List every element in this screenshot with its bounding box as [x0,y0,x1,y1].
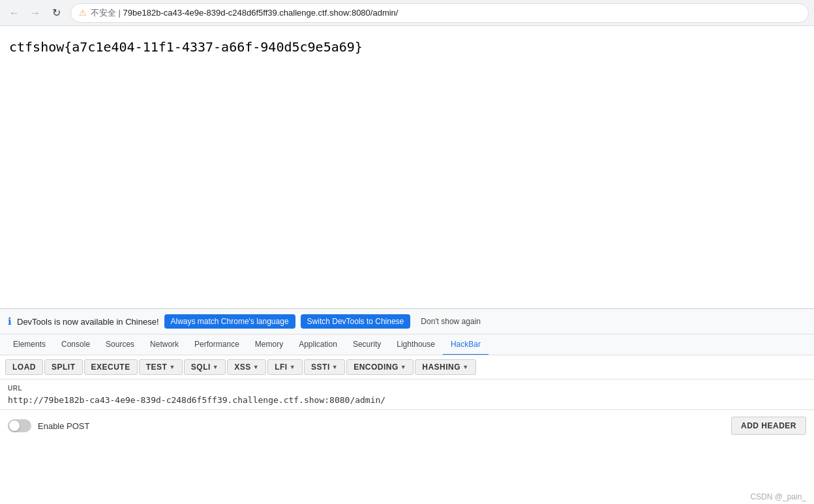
forward-button[interactable]: → [26,4,44,22]
enable-post-label: Enable POST [38,421,90,431]
test-dropdown[interactable]: TEST ▼ [139,359,183,375]
insecure-label: 不安全 | [91,8,123,18]
test-button[interactable]: TEST ▼ [139,359,183,375]
page-content: ctfshow{a7c1e404-11f1-4337-a66f-940d5c9e… [0,26,814,308]
tab-application[interactable]: Application [291,334,345,355]
url-label: URL [8,385,806,392]
load-button[interactable]: LOAD [5,359,43,375]
match-language-button[interactable]: Always match Chrome's language [164,314,295,329]
csdn-watermark: CSDN @_pain_ [750,492,806,501]
hackbar-toolbar: LOAD SPLIT EXECUTE TEST ▼ SQLI ▼ XSS ▼ L… [0,355,814,379]
encoding-button[interactable]: ENCODING ▼ [346,359,414,375]
ssti-button[interactable]: SSTI ▼ [304,359,345,375]
tab-hackbar[interactable]: HackBar [443,334,489,355]
hashing-dropdown[interactable]: HASHING ▼ [415,359,475,375]
tab-lighthouse[interactable]: Lighthouse [389,334,443,355]
tab-memory[interactable]: Memory [247,334,291,355]
encoding-dropdown-arrow: ▼ [400,364,406,370]
info-icon: ℹ [8,316,12,327]
dont-show-again-button[interactable]: Don't show again [415,314,486,329]
language-notification-bar: ℹ DevTools is now available in Chinese! … [0,309,814,334]
url-section: URL [0,379,814,410]
lfi-dropdown-arrow: ▼ [290,364,295,370]
test-dropdown-arrow: ▼ [169,364,175,370]
hashing-button[interactable]: HASHING ▼ [415,359,475,375]
sqli-dropdown-arrow: ▼ [213,364,219,370]
sqli-button[interactable]: SQLI ▼ [184,359,226,375]
tab-security[interactable]: Security [345,334,389,355]
add-header-button[interactable]: ADD HEADER [731,417,806,435]
post-section: Enable POST ADD HEADER [0,410,814,441]
post-left: Enable POST [8,419,90,432]
nav-buttons: ← → ↻ [5,4,65,22]
flag-text: ctfshow{a7c1e404-11f1-4337-a66f-940d5c9e… [9,39,363,55]
tab-console[interactable]: Console [53,334,98,355]
split-button[interactable]: SPLIT [44,359,83,375]
lfi-dropdown[interactable]: LFI ▼ [267,359,303,375]
xss-button[interactable]: XSS ▼ [227,359,266,375]
warning-icon: ⚠ [79,8,87,18]
tab-elements[interactable]: Elements [5,334,53,355]
xss-dropdown[interactable]: XSS ▼ [227,359,266,375]
hashing-dropdown-arrow: ▼ [462,364,468,370]
switch-to-chinese-button[interactable]: Switch DevTools to Chinese [301,314,411,329]
address-bar-text: 不安全 | 79be182b-ca43-4e9e-839d-c248d6f5ff… [91,7,800,19]
browser-chrome: ← → ↻ ⚠ 不安全 | 79be182b-ca43-4e9e-839d-c2… [0,0,814,26]
lfi-button[interactable]: LFI ▼ [267,359,303,375]
xss-dropdown-arrow: ▼ [253,364,259,370]
sqli-dropdown[interactable]: SQLI ▼ [184,359,226,375]
ssti-dropdown-arrow: ▼ [332,364,338,370]
tab-sources[interactable]: Sources [98,334,142,355]
devtools-tabs: Elements Console Sources Network Perform… [0,334,814,355]
devtools-panel: ℹ DevTools is now available in Chinese! … [0,308,814,504]
reload-button[interactable]: ↻ [47,4,65,22]
execute-button[interactable]: EXECUTE [84,359,138,375]
toggle-knob [9,421,20,431]
devtools-language-notification: DevTools is now available in Chinese! [17,317,159,327]
encoding-dropdown[interactable]: ENCODING ▼ [346,359,414,375]
url-input[interactable] [8,395,806,405]
ssti-dropdown[interactable]: SSTI ▼ [304,359,345,375]
enable-post-toggle[interactable] [8,419,31,432]
back-button[interactable]: ← [5,4,23,22]
address-bar[interactable]: ⚠ 不安全 | 79be182b-ca43-4e9e-839d-c248d6f5… [70,3,809,23]
tab-performance[interactable]: Performance [187,334,247,355]
tab-network[interactable]: Network [142,334,187,355]
